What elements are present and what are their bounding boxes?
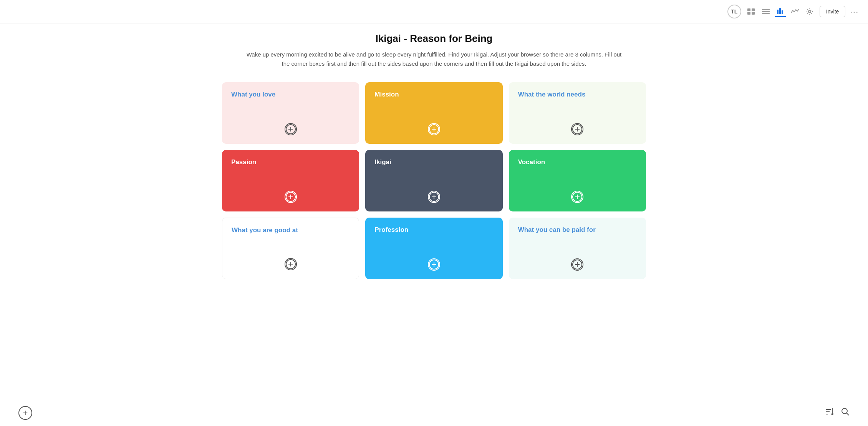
card-vocation-title: Vocation (518, 158, 637, 166)
card-profession-add[interactable] (374, 251, 493, 271)
add-icon-mission (428, 123, 440, 135)
more-menu-button[interactable]: ··· (850, 7, 859, 16)
svg-rect-5 (762, 11, 770, 12)
sort-icon[interactable] (826, 408, 834, 418)
card-mission[interactable]: Mission (365, 82, 502, 144)
card-ikigai[interactable]: Ikigai (365, 150, 502, 211)
card-profession[interactable]: Profession (365, 218, 502, 279)
top-bar: TL (0, 0, 868, 23)
card-what-good-at-title: What you are good at (232, 226, 350, 234)
card-what-good-at-add[interactable] (232, 250, 350, 270)
card-what-world-needs-add[interactable] (518, 115, 637, 135)
grid-view-icon[interactable] (746, 6, 757, 17)
bar-chart-icon[interactable] (775, 6, 786, 17)
card-what-world-needs[interactable]: What the world needs (509, 82, 646, 144)
card-what-paid-for-add[interactable] (518, 251, 637, 271)
ikigai-grid: What you loveMissionWhat the world needs… (222, 82, 646, 279)
svg-rect-1 (752, 8, 755, 11)
add-icon-what-you-love (285, 123, 297, 135)
bottom-bar: + (0, 400, 868, 426)
card-what-world-needs-title: What the world needs (518, 91, 637, 98)
add-icon-what-paid-for (571, 258, 583, 271)
add-icon-profession (428, 258, 440, 271)
card-ikigai-add[interactable] (374, 183, 493, 203)
card-what-paid-for[interactable]: What you can be paid for (509, 218, 646, 279)
card-passion[interactable]: Passion (222, 150, 359, 211)
card-what-you-love-title: What you love (231, 91, 350, 98)
page-description: Wake up every morning excited to be aliv… (242, 50, 626, 68)
list-view-icon[interactable] (760, 6, 771, 17)
card-what-you-love-add[interactable] (231, 115, 350, 135)
add-icon-passion (285, 191, 297, 203)
page-title: Ikigai - Reason for Being (222, 33, 646, 45)
activity-icon[interactable] (790, 6, 800, 17)
add-icon-what-world-needs (571, 123, 583, 135)
add-icon-ikigai (428, 191, 440, 203)
svg-rect-9 (782, 10, 783, 14)
svg-rect-4 (762, 9, 770, 10)
add-icon-vocation (571, 191, 583, 203)
card-mission-title: Mission (374, 91, 493, 98)
svg-rect-7 (777, 10, 779, 14)
svg-rect-3 (752, 12, 755, 15)
search-icon[interactable] (841, 408, 850, 418)
card-passion-title: Passion (231, 158, 350, 166)
settings-icon[interactable] (804, 6, 815, 17)
card-profession-title: Profession (374, 226, 493, 234)
svg-point-10 (808, 10, 811, 13)
view-icons (746, 6, 815, 17)
svg-point-42 (842, 408, 847, 414)
avatar[interactable]: TL (727, 5, 741, 18)
card-vocation-add[interactable] (518, 183, 637, 203)
invite-button[interactable]: Invite (820, 6, 845, 17)
card-ikigai-title: Ikigai (374, 158, 493, 166)
svg-line-43 (846, 413, 849, 415)
card-what-you-love[interactable]: What you love (222, 82, 359, 144)
card-mission-add[interactable] (374, 115, 493, 135)
card-vocation[interactable]: Vocation (509, 150, 646, 211)
svg-rect-2 (747, 12, 750, 15)
svg-rect-6 (762, 13, 770, 14)
add-icon-what-good-at (285, 258, 297, 270)
card-what-good-at[interactable]: What you are good at (222, 218, 359, 279)
svg-rect-0 (747, 8, 750, 11)
bottom-right-actions (826, 408, 850, 418)
add-card-button[interactable]: + (18, 406, 32, 420)
card-what-paid-for-title: What you can be paid for (518, 226, 637, 234)
card-passion-add[interactable] (231, 183, 350, 203)
svg-rect-8 (779, 8, 781, 14)
main-content: Ikigai - Reason for Being Wake up every … (204, 23, 664, 302)
